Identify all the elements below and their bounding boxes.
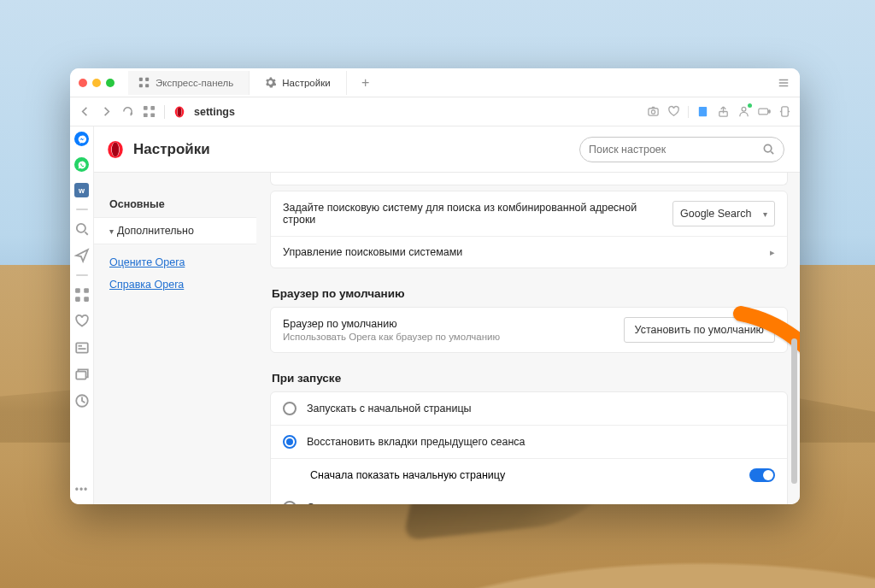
settings-search-input[interactable] <box>589 144 762 156</box>
opera-logo-icon <box>106 140 125 159</box>
startup-show-start-page-subrow: Сначала показать начальную страницу <box>271 458 787 491</box>
svg-rect-28 <box>75 297 80 302</box>
bookmark-heart-icon[interactable] <box>74 314 90 329</box>
svg-point-37 <box>112 142 119 156</box>
battery-icon[interactable] <box>758 105 771 118</box>
on-startup-heading: При запуске <box>272 372 786 385</box>
whatsapp-icon[interactable] <box>74 157 89 172</box>
minimize-window-button[interactable] <box>92 79 101 87</box>
window-controls <box>79 79 123 87</box>
history-icon[interactable] <box>74 393 90 409</box>
settings-main: Задайте поисковую систему для поиска из … <box>256 173 800 504</box>
svg-rect-1 <box>145 78 149 81</box>
svg-point-13 <box>177 107 181 116</box>
vk-icon[interactable]: w <box>74 183 89 197</box>
address-bar: settings <box>70 97 800 126</box>
snapshot-icon[interactable] <box>647 105 660 118</box>
svg-rect-10 <box>150 113 155 117</box>
close-window-button[interactable] <box>79 79 87 87</box>
svg-rect-26 <box>75 288 80 293</box>
app-sidebar: w ••• <box>70 126 94 504</box>
svg-point-24 <box>76 224 85 232</box>
svg-line-25 <box>85 232 87 234</box>
svg-point-15 <box>651 110 655 114</box>
browser-window: Экспресс-панель Настройки + settings <box>70 68 800 504</box>
sidebar-separator <box>76 274 88 276</box>
default-browser-row: Браузер по умолчанию Использовать Opera … <box>271 308 787 352</box>
easy-setup-icon[interactable] <box>767 77 800 89</box>
rate-opera-link[interactable]: Оцените Opera <box>109 256 241 268</box>
manage-search-engines-row[interactable]: Управление поисковыми системами ▸ <box>271 236 787 268</box>
svg-rect-30 <box>76 343 88 352</box>
profile-icon[interactable] <box>737 105 750 118</box>
search-engine-select[interactable]: Google Search <box>672 201 775 226</box>
search-engine-card: Задайте поисковую систему для поиска из … <box>270 191 788 268</box>
saved-pages-icon[interactable] <box>696 105 709 118</box>
tab-label: Экспресс-панель <box>156 78 233 88</box>
tab-speed-dial[interactable]: Экспресс-панель <box>128 71 250 95</box>
svg-rect-16 <box>699 107 707 116</box>
search-engine-desc: Задайте поисковую систему для поиска из … <box>283 202 662 226</box>
gear-icon <box>265 77 276 88</box>
svg-rect-20 <box>769 110 771 113</box>
svg-rect-2 <box>139 84 143 87</box>
radio-unchecked-icon[interactable] <box>283 501 297 504</box>
vpn-icon[interactable] <box>778 105 791 118</box>
opera-logo-icon <box>173 106 185 118</box>
scrollbar-thumb[interactable] <box>791 338 797 484</box>
svg-rect-19 <box>759 109 768 115</box>
svg-rect-3 <box>145 84 149 87</box>
speed-dial-button[interactable] <box>143 105 156 118</box>
reload-button[interactable] <box>121 105 134 118</box>
on-startup-card: Запускать с начальной страницы Восстанов… <box>270 391 788 504</box>
nav-back-button[interactable] <box>79 105 91 118</box>
help-opera-link[interactable]: Справка Opera <box>109 279 241 291</box>
zoom-window-button[interactable] <box>106 79 115 87</box>
startup-option-specific-pages[interactable]: Открыть определенную страницу или нескол… <box>271 491 787 504</box>
svg-rect-7 <box>144 106 148 110</box>
set-default-button[interactable]: Установить по умолчанию <box>624 317 775 343</box>
scrollbar[interactable] <box>791 219 797 504</box>
new-tab-button[interactable]: + <box>352 75 379 91</box>
search-engine-row: Задайте поисковую систему для поиска из … <box>271 191 787 236</box>
messenger-icon[interactable] <box>74 132 89 146</box>
nav-forward-button[interactable] <box>100 105 113 118</box>
default-browser-card: Браузер по умолчанию Использовать Opera … <box>270 307 788 353</box>
sidebar-separator <box>76 209 88 210</box>
radio-checked-icon[interactable] <box>283 435 297 449</box>
sidenav-basic[interactable]: Основные <box>94 191 256 217</box>
page-title: Настройки <box>133 141 210 158</box>
svg-rect-21 <box>782 107 789 116</box>
toggle-on-icon[interactable] <box>749 468 775 482</box>
tab-strip: Экспресс-панель Настройки + <box>70 68 800 97</box>
svg-rect-8 <box>150 106 155 110</box>
svg-point-38 <box>764 144 771 151</box>
startup-option-start-page[interactable]: Запускать с начальной страницы <box>271 392 787 425</box>
apps-icon[interactable] <box>74 287 90 303</box>
radio-unchecked-icon[interactable] <box>283 402 297 415</box>
tab-settings[interactable]: Настройки <box>255 71 346 95</box>
search-icon[interactable] <box>74 221 90 237</box>
svg-line-39 <box>771 151 773 154</box>
svg-rect-0 <box>139 78 143 81</box>
svg-rect-14 <box>649 109 658 115</box>
send-icon[interactable] <box>74 248 90 263</box>
share-icon[interactable] <box>717 105 730 118</box>
heart-icon[interactable] <box>667 105 680 118</box>
svg-point-18 <box>742 107 746 111</box>
address-bar-actions <box>647 105 791 118</box>
tabs-icon[interactable] <box>74 367 90 382</box>
news-icon[interactable] <box>74 340 90 356</box>
settings-search[interactable] <box>579 137 784 162</box>
tab-label: Настройки <box>282 78 330 88</box>
startup-option-restore-tabs[interactable]: Восстановить вкладки предыдущего сеанса <box>271 425 787 458</box>
search-icon <box>762 143 775 156</box>
address-text[interactable]: settings <box>194 106 235 118</box>
default-browser-heading: Браузер по умолчанию <box>272 287 786 300</box>
sidebar-more-icon[interactable]: ••• <box>75 484 89 496</box>
svg-rect-9 <box>144 113 148 117</box>
svg-rect-27 <box>84 288 89 293</box>
sidenav-advanced[interactable]: Дополнительно <box>94 217 256 244</box>
svg-rect-33 <box>76 372 85 379</box>
settings-sidenav: Основные Дополнительно Оцените Opera Спр… <box>94 173 256 504</box>
